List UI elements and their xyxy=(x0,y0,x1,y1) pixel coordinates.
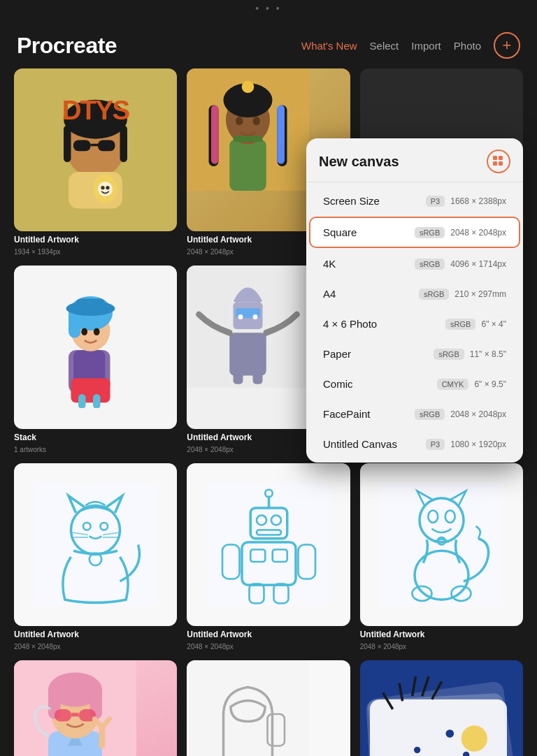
svg-rect-25 xyxy=(278,105,285,163)
list-item[interactable]: Stack 2 artworks xyxy=(360,660,523,756)
artwork-thumbnail xyxy=(187,463,350,626)
svg-rect-1 xyxy=(499,156,503,160)
canvas-option-untitled[interactable]: Untitled Canvas P3 1080 × 1920px xyxy=(310,430,519,458)
svg-rect-11 xyxy=(91,144,98,146)
artwork-label: Untitled Artwork xyxy=(14,630,177,639)
canvas-option-screen-size[interactable]: Screen Size P3 1668 × 2388px xyxy=(310,187,519,215)
grid-icon xyxy=(492,155,505,168)
artwork-thumbnail xyxy=(14,463,177,626)
nav-whats-new[interactable]: What's New xyxy=(301,40,357,52)
artwork-label: Stack xyxy=(14,432,177,442)
svg-rect-9 xyxy=(73,140,90,152)
svg-point-28 xyxy=(253,117,260,125)
top-nav: What's New Select Import Photo + xyxy=(301,32,520,59)
svg-rect-106 xyxy=(370,699,507,756)
app-title: Procreate xyxy=(17,33,117,59)
content-area: New canvas Screen Size P3 1668 × 2388px xyxy=(0,68,537,756)
pink-girl-art xyxy=(14,660,136,756)
svg-rect-49 xyxy=(253,370,263,384)
girl-braids-art xyxy=(187,68,309,191)
artwork-sublabel: 1934 × 1934px xyxy=(14,248,177,256)
svg-rect-23 xyxy=(211,105,218,163)
artwork-thumbnail xyxy=(14,660,177,756)
list-item[interactable]: Untitled Artwork 2048 × 2048px xyxy=(14,463,177,650)
canvas-option-4x6[interactable]: 4 × 6 Photo sRGB 6" × 4" xyxy=(310,310,519,338)
svg-rect-7 xyxy=(64,126,71,162)
svg-rect-8 xyxy=(120,126,127,162)
artwork-sublabel: 2048 × 2048px xyxy=(14,643,177,650)
blue-stack-art xyxy=(360,660,523,756)
artwork-label: Untitled Artwork xyxy=(187,630,350,639)
svg-rect-20 xyxy=(230,139,266,190)
popup-icon-button[interactable] xyxy=(487,150,510,173)
list-item[interactable]: Stack 2 artworks xyxy=(14,660,177,756)
warrior-art xyxy=(187,266,309,388)
dragon-sketch-art xyxy=(380,484,503,606)
new-canvas-popup: New canvas Screen Size P3 1668 × 2388px xyxy=(306,138,523,463)
artwork-thumbnail xyxy=(360,660,523,756)
svg-text:DTYS: DTYS xyxy=(62,95,130,125)
svg-rect-3 xyxy=(499,161,503,166)
list-item[interactable]: Stack 1 artworks xyxy=(14,266,177,453)
dtys-art: DTYS xyxy=(34,89,157,211)
svg-rect-98 xyxy=(71,713,78,716)
artwork-thumbnail: DTYS xyxy=(14,68,177,231)
artwork-label: Untitled Artwork xyxy=(14,235,177,245)
svg-rect-99 xyxy=(187,660,309,756)
canvas-list: Screen Size P3 1668 × 2388px Square sRGB… xyxy=(306,182,523,463)
blue-girl-art xyxy=(34,286,157,409)
svg-point-51 xyxy=(253,314,258,319)
nav-import[interactable]: Import xyxy=(411,40,441,52)
canvas-option-a4[interactable]: A4 sRGB 210 × 297mm xyxy=(310,279,519,308)
list-item[interactable]: Untitled Artwork 2048 × 2048px xyxy=(187,463,350,650)
svg-rect-10 xyxy=(98,140,115,152)
nav-photo[interactable]: Photo xyxy=(454,40,481,52)
artwork-sublabel: 1 artworks xyxy=(14,446,177,453)
popup-title: New canvas xyxy=(319,154,399,170)
canvas-option-square[interactable]: Square sRGB 2048 × 2048px xyxy=(309,217,520,248)
svg-point-50 xyxy=(238,314,243,319)
artwork-label: Untitled Artwork xyxy=(360,630,523,639)
svg-point-107 xyxy=(414,747,420,753)
canvas-option-4k[interactable]: 4K sRGB 4096 × 1714px xyxy=(310,249,519,278)
artwork-sublabel: 2048 × 2048px xyxy=(187,643,350,650)
artwork-thumbnail xyxy=(187,660,350,756)
svg-point-27 xyxy=(236,117,243,125)
three-dots: • • • xyxy=(0,0,537,20)
add-canvas-button[interactable]: + xyxy=(494,32,520,59)
svg-rect-45 xyxy=(230,333,266,376)
svg-rect-0 xyxy=(493,156,497,160)
list-item[interactable]: Untitled Artwork 2048 × 2048px xyxy=(360,463,523,650)
svg-rect-96 xyxy=(55,709,71,721)
artwork-thumbnail xyxy=(14,266,177,428)
svg-point-18 xyxy=(106,186,110,189)
svg-rect-42 xyxy=(78,393,85,408)
app-header: Procreate What's New Select Import Photo… xyxy=(0,20,537,68)
svg-point-16 xyxy=(98,182,113,196)
artwork-thumbnail xyxy=(360,463,523,626)
canvas-option-paper[interactable]: Paper sRGB 11" × 8.5" xyxy=(310,340,519,368)
svg-rect-43 xyxy=(93,393,100,408)
svg-rect-48 xyxy=(234,370,243,384)
svg-point-29 xyxy=(242,80,254,92)
svg-point-110 xyxy=(461,725,487,751)
svg-point-108 xyxy=(445,729,454,738)
list-item[interactable]: DTYS Untitled Artwork 1934 × 1934px xyxy=(14,68,177,256)
list-item[interactable]: Untitled Artwork 2048 × 2048px xyxy=(187,660,350,756)
svg-point-17 xyxy=(101,186,105,189)
nav-select[interactable]: Select xyxy=(370,40,399,52)
svg-rect-2 xyxy=(493,161,497,166)
svg-point-40 xyxy=(94,328,100,335)
svg-rect-38 xyxy=(76,298,106,313)
svg-rect-30 xyxy=(234,136,263,142)
svg-point-39 xyxy=(82,328,88,335)
cat-sketch-art xyxy=(34,484,157,606)
robot-sketch-art xyxy=(208,484,330,606)
popup-header: New canvas xyxy=(306,138,523,182)
artwork-sublabel: 2048 × 2048px xyxy=(360,643,523,650)
amogus-art xyxy=(187,660,309,756)
svg-rect-41 xyxy=(71,378,110,402)
canvas-option-facepaint[interactable]: FacePaint sRGB 2048 × 2048px xyxy=(310,400,519,428)
canvas-option-comic[interactable]: Comic CMYK 6" × 9.5" xyxy=(310,370,519,398)
